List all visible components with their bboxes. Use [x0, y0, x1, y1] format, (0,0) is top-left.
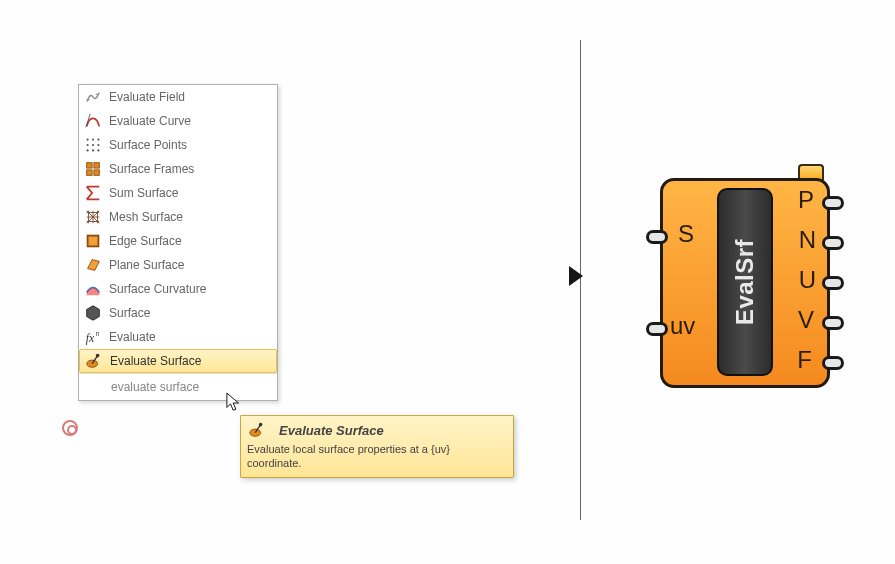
menu-item-sum-surface[interactable]: Sum Surface: [79, 181, 277, 205]
output-label-v: V: [798, 306, 814, 334]
menu-item-label: Plane Surface: [109, 258, 184, 272]
menu-item-edge-surface[interactable]: Edge Surface: [79, 229, 277, 253]
menu-item-label: Mesh Surface: [109, 210, 183, 224]
curve-icon: [83, 111, 103, 131]
svg-point-3: [87, 139, 89, 141]
output-pin-v[interactable]: [822, 316, 844, 330]
evaluate-surface-icon: [84, 351, 104, 371]
output-pin-n[interactable]: [822, 236, 844, 250]
output-label-p: P: [798, 186, 814, 214]
svg-rect-12: [87, 163, 92, 168]
output-label-n: N: [799, 226, 816, 254]
menu-item-label: Surface Curvature: [109, 282, 206, 296]
field-icon: [83, 87, 103, 107]
svg-point-0: [88, 99, 90, 101]
svg-point-11: [97, 149, 99, 151]
tooltip-description: Evaluate local surface properties at a {…: [247, 442, 507, 471]
input-pin-s[interactable]: [646, 230, 668, 244]
svg-text:n: n: [96, 330, 100, 337]
frames-icon: [83, 159, 103, 179]
menu-item-surface-points[interactable]: Surface Points: [79, 133, 277, 157]
svg-point-19: [87, 360, 98, 367]
menu-item-evaluate[interactable]: fxn Evaluate: [79, 325, 277, 349]
points-grid-icon: [83, 135, 103, 155]
edge-surface-icon: [83, 231, 103, 251]
svg-text:fx: fx: [86, 332, 95, 345]
component-name: EvalSrf: [731, 239, 759, 325]
output-pin-u[interactable]: [822, 276, 844, 290]
svg-point-5: [97, 139, 99, 141]
menu-search-row: [79, 373, 277, 400]
menu-item-label: Surface Frames: [109, 162, 194, 176]
search-input[interactable]: [83, 379, 273, 395]
svg-point-6: [87, 144, 89, 146]
tooltip-title: Evaluate Surface: [279, 423, 384, 438]
svg-point-4: [92, 139, 94, 141]
svg-point-1: [96, 93, 98, 95]
svg-point-22: [250, 429, 261, 436]
menu-item-label: Evaluate: [109, 330, 156, 344]
svg-point-10: [92, 149, 94, 151]
menu-item-evaluate-surface[interactable]: Evaluate Surface: [79, 349, 277, 373]
menu-item-label: Evaluate Surface: [110, 354, 201, 368]
arrow-right-icon: [569, 266, 583, 286]
menu-item-label: Surface: [109, 306, 150, 320]
surface-hex-icon: [83, 303, 103, 323]
output-label-u: U: [799, 266, 816, 294]
curvature-icon: [83, 279, 103, 299]
sum-surface-icon: [83, 183, 103, 203]
plane-surface-icon: [83, 255, 103, 275]
menu-item-surface[interactable]: Surface: [79, 301, 277, 325]
menu-item-label: Sum Surface: [109, 186, 178, 200]
menu-item-label: Edge Surface: [109, 234, 182, 248]
output-pin-p[interactable]: [822, 196, 844, 210]
svg-rect-14: [87, 170, 92, 175]
svg-point-9: [87, 149, 89, 151]
svg-rect-15: [94, 170, 99, 175]
menu-item-label: Evaluate Field: [109, 90, 185, 104]
svg-point-24: [259, 423, 263, 427]
canvas-click-target-icon: [62, 420, 78, 436]
svg-rect-16: [88, 236, 99, 247]
menu-item-surface-curvature[interactable]: Surface Curvature: [79, 277, 277, 301]
menu-item-plane-surface[interactable]: Plane Surface: [79, 253, 277, 277]
menu-item-evaluate-field[interactable]: Evaluate Field: [79, 85, 277, 109]
output-pin-f[interactable]: [822, 356, 844, 370]
input-pin-uv[interactable]: [646, 322, 668, 336]
mesh-icon: [83, 207, 103, 227]
evalsrf-component[interactable]: EvalSrf S uv P N U V F: [660, 178, 830, 388]
output-label-f: F: [797, 346, 812, 374]
menu-item-label: Surface Points: [109, 138, 187, 152]
component-nameplate: EvalSrf: [717, 188, 773, 376]
svg-rect-13: [94, 163, 99, 168]
svg-point-21: [96, 354, 100, 358]
menu-item-surface-frames[interactable]: Surface Frames: [79, 157, 277, 181]
svg-point-7: [92, 144, 94, 146]
svg-point-8: [97, 144, 99, 146]
input-label-s: S: [678, 220, 694, 248]
menu-item-evaluate-curve[interactable]: Evaluate Curve: [79, 109, 277, 133]
menu-item-label: Evaluate Curve: [109, 114, 191, 128]
evaluate-surface-icon: [247, 420, 267, 440]
component-search-menu: Evaluate Field Evaluate Curve Surface Po…: [78, 84, 278, 401]
fx-icon: fxn: [83, 327, 103, 347]
component-tooltip: Evaluate Surface Evaluate local surface …: [240, 415, 514, 478]
menu-item-mesh-surface[interactable]: Mesh Surface: [79, 205, 277, 229]
input-label-uv: uv: [670, 312, 695, 340]
